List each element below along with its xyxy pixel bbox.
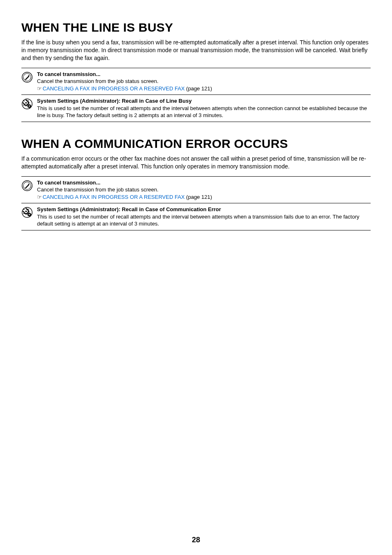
section-paragraph: If a communication error occurs or the o… (21, 155, 371, 170)
reference-icon: ☞ (37, 194, 42, 200)
svg-rect-39 (29, 216, 30, 217)
svg-rect-16 (29, 108, 30, 108)
note-title: To cancel transmission... (37, 71, 100, 77)
svg-point-14 (29, 106, 30, 107)
svg-point-27 (25, 211, 27, 212)
note-title: To cancel transmission... (37, 180, 100, 186)
note-link[interactable]: CANCELING A FAX IN PROGRESS OR A RESERVE… (43, 85, 185, 92)
section-paragraph: If the line is busy when you send a fax,… (21, 39, 371, 62)
note-body: Cancel the transmission from the job sta… (37, 186, 371, 193)
svg-rect-5 (25, 99, 26, 101)
note-link-suffix: (page 121) (184, 194, 212, 200)
svg-rect-15 (29, 104, 30, 105)
pencil-icon (21, 71, 33, 83)
section-heading: WHEN THE LINE IS BUSY (21, 21, 371, 35)
note-block: To cancel transmission... Cancel the tra… (21, 176, 371, 204)
svg-point-37 (29, 214, 30, 215)
pencil-icon (21, 180, 33, 191)
svg-rect-29 (25, 214, 26, 215)
note-link-suffix: (page 121) (184, 85, 212, 92)
svg-rect-31 (28, 211, 30, 212)
note-block: To cancel transmission... Cancel the tra… (21, 68, 371, 95)
gear-icon (21, 98, 33, 110)
svg-rect-38 (29, 212, 30, 213)
note-title: System Settings (Administrator): Recall … (37, 206, 221, 212)
section-heading: WHEN A COMMUNICATION ERROR OCCURS (21, 137, 371, 151)
svg-rect-18 (30, 106, 31, 107)
svg-point-4 (25, 102, 27, 104)
svg-rect-7 (23, 103, 24, 104)
note-body: This is used to set the number of recall… (37, 105, 371, 119)
note-block: System Settings (Administrator): Recall … (21, 95, 371, 122)
svg-rect-30 (23, 211, 24, 212)
note-link[interactable]: CANCELING A FAX IN PROGRESS OR A RESERVE… (43, 194, 185, 200)
gear-icon (21, 207, 33, 218)
note-body: Cancel the transmission from the job sta… (37, 78, 371, 85)
note-block: System Settings (Administrator): Recall … (21, 203, 371, 230)
svg-rect-8 (28, 103, 30, 104)
svg-rect-17 (27, 106, 28, 107)
svg-rect-40 (27, 214, 28, 215)
svg-rect-6 (25, 105, 26, 106)
note-title: System Settings (Administrator): Recall … (37, 98, 191, 104)
svg-rect-28 (25, 208, 26, 209)
svg-rect-41 (30, 214, 31, 215)
reference-icon: ☞ (37, 85, 42, 92)
note-body: This is used to set the number of recall… (37, 213, 371, 228)
